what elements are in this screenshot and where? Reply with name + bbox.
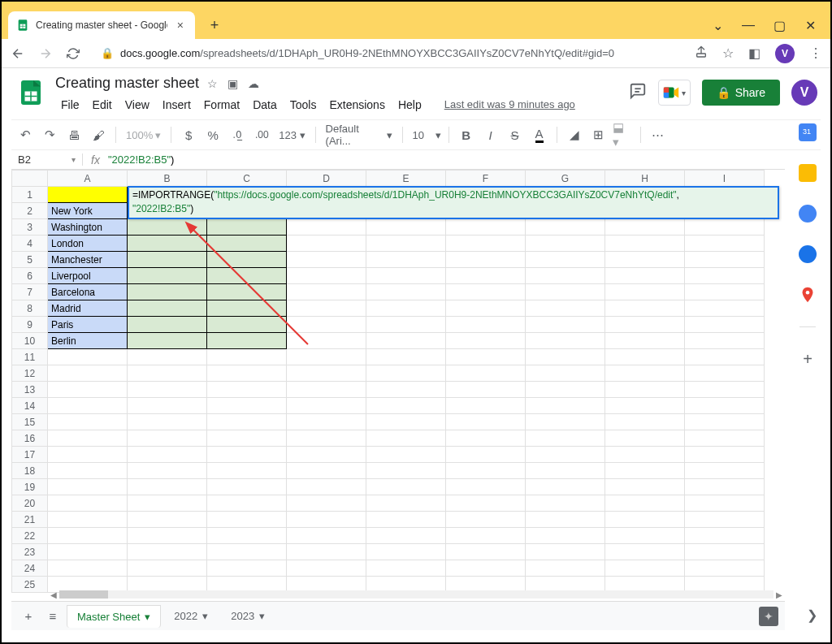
column-header[interactable]: H [605, 171, 685, 187]
cell[interactable] [526, 479, 605, 495]
cell[interactable] [287, 495, 366, 512]
cell[interactable] [446, 463, 526, 479]
cell[interactable] [287, 284, 366, 300]
cell[interactable] [685, 349, 765, 365]
cell[interactable] [446, 447, 526, 463]
cell[interactable] [685, 560, 765, 577]
cell[interactable] [366, 560, 446, 577]
cell[interactable] [685, 414, 765, 430]
cell[interactable] [287, 512, 366, 528]
chevron-down-icon[interactable]: ▾ [259, 610, 265, 622]
cell[interactable] [526, 236, 605, 252]
cell[interactable] [605, 512, 685, 528]
italic-button[interactable]: I [480, 124, 501, 145]
row-header[interactable]: 24 [12, 560, 48, 577]
cell[interactable] [207, 300, 287, 317]
menu-extensions[interactable]: Extensions [323, 95, 390, 115]
cell[interactable] [685, 317, 765, 333]
cell[interactable] [446, 398, 526, 414]
zoom-dropdown[interactable]: 100% ▾ [123, 129, 164, 141]
sheets-logo[interactable] [15, 76, 47, 109]
cell[interactable] [605, 268, 685, 284]
cell[interactable] [526, 463, 605, 479]
close-tab-icon[interactable]: × [174, 19, 187, 32]
more-formats-dropdown[interactable]: 123 ▾ [275, 129, 308, 141]
cell[interactable] [207, 284, 287, 300]
cell[interactable] [207, 528, 287, 544]
text-color-button[interactable]: A [529, 124, 550, 145]
column-header[interactable]: B [128, 171, 207, 187]
cell[interactable] [287, 317, 366, 333]
cell[interactable] [605, 463, 685, 479]
cell[interactable]: Barcelona [48, 284, 128, 300]
strike-button[interactable]: S [505, 124, 526, 145]
cell[interactable] [605, 333, 685, 349]
cell[interactable] [446, 236, 526, 252]
cell[interactable] [207, 317, 287, 333]
cell[interactable] [366, 463, 446, 479]
cell[interactable] [605, 560, 685, 577]
cell[interactable] [207, 252, 287, 268]
cell[interactable] [287, 382, 366, 398]
hide-panel-icon[interactable]: ❯ [807, 607, 817, 623]
cell[interactable] [446, 365, 526, 382]
meet-icon[interactable]: ▾ [658, 80, 691, 106]
cell[interactable] [366, 333, 446, 349]
cell[interactable] [526, 495, 605, 512]
row-header[interactable]: 18 [12, 463, 48, 479]
cell[interactable] [128, 382, 207, 398]
doc-title[interactable]: Creating master sheet [55, 75, 199, 92]
column-header[interactable]: G [526, 171, 605, 187]
account-avatar[interactable]: V [791, 80, 817, 106]
cell[interactable] [128, 560, 207, 577]
cell[interactable]: London [48, 236, 128, 252]
cell[interactable] [446, 528, 526, 544]
cell[interactable] [685, 284, 765, 300]
cell[interactable] [446, 284, 526, 300]
cell[interactable] [685, 463, 765, 479]
row-header[interactable]: 5 [12, 252, 48, 268]
cell[interactable] [605, 528, 685, 544]
cell[interactable] [366, 495, 446, 512]
cell[interactable] [207, 447, 287, 463]
cell[interactable] [287, 349, 366, 365]
cell[interactable] [605, 284, 685, 300]
redo-button[interactable]: ↷ [39, 124, 60, 145]
cell[interactable] [446, 268, 526, 284]
cell[interactable]: Washington [48, 219, 128, 236]
minimize-icon[interactable]: — [743, 19, 754, 31]
cell[interactable] [207, 219, 287, 236]
cell[interactable] [526, 219, 605, 236]
row-header[interactable]: 7 [12, 284, 48, 300]
calendar-icon[interactable]: 31 [799, 123, 817, 141]
cell[interactable] [48, 430, 128, 447]
cell[interactable] [605, 349, 685, 365]
cell[interactable] [128, 544, 207, 560]
row-header[interactable]: 19 [12, 479, 48, 495]
cell[interactable] [287, 447, 366, 463]
cell[interactable] [446, 317, 526, 333]
cell[interactable] [48, 447, 128, 463]
cell[interactable] [526, 447, 605, 463]
scroll-left-icon[interactable]: ◀ [48, 590, 59, 599]
cell[interactable] [366, 219, 446, 236]
reload-button[interactable] [65, 45, 81, 62]
cell[interactable] [287, 398, 366, 414]
cell[interactable] [605, 447, 685, 463]
cell[interactable] [128, 495, 207, 512]
cell[interactable] [128, 447, 207, 463]
cell[interactable] [685, 447, 765, 463]
cell[interactable] [605, 544, 685, 560]
column-header[interactable]: F [446, 171, 526, 187]
column-header[interactable]: C [207, 171, 287, 187]
chevron-down-icon[interactable]: ▾ [145, 611, 150, 623]
formula-input[interactable]: "2022!B2:B5") [108, 153, 175, 166]
cell[interactable] [287, 430, 366, 447]
column-header[interactable]: D [287, 171, 366, 187]
cell[interactable] [128, 430, 207, 447]
cell[interactable] [605, 219, 685, 236]
cell[interactable] [685, 495, 765, 512]
move-doc-icon[interactable]: ▣ [228, 77, 238, 90]
cell[interactable] [685, 430, 765, 447]
cell[interactable]: Liverpool [48, 268, 128, 284]
